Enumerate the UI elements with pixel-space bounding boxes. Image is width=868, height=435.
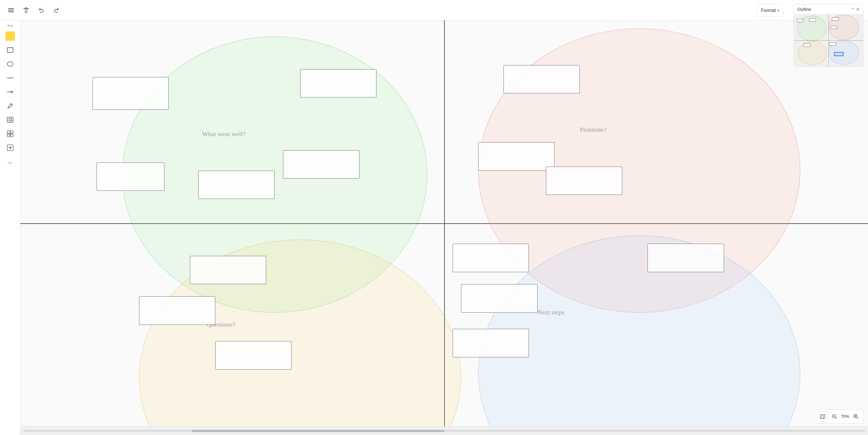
svg-line-27 [857,417,858,419]
sticky-tl-2[interactable] [300,69,376,98]
sticky-tl-3[interactable] [97,162,164,191]
svg-rect-13 [10,131,13,133]
zoom-controls: 70% [814,409,863,423]
scroll-track[interactable] [23,430,865,432]
sticky-tl-4[interactable] [198,171,275,199]
svg-rect-3 [7,48,13,52]
ellipse-tool[interactable] [4,58,17,70]
outline-title: Outline [797,7,811,12]
sticky-br-3[interactable] [453,329,529,358]
svg-rect-14 [7,134,10,137]
sticky-tl-5[interactable] [283,150,359,179]
outline-panel: Outline ^ ✕ [794,4,863,67]
svg-rect-12 [7,131,10,133]
pen-tool[interactable] [4,99,17,112]
svg-line-23 [835,417,837,419]
svg-rect-1 [8,9,14,10]
sticky-br-2[interactable] [461,284,537,313]
table-tool[interactable] [4,114,17,126]
undo-button[interactable] [35,4,48,17]
scroll-thumb[interactable] [192,430,444,432]
sticky-bl-2[interactable] [139,296,215,325]
zoom-out-button[interactable] [830,412,839,421]
toolbar [0,0,868,20]
outline-close-button[interactable]: ✕ [856,7,860,12]
sticky-tr-3[interactable] [546,166,622,195]
delete-button[interactable] [20,4,33,17]
format-chevron-icon: ▾ [778,8,779,12]
thumb-box-5 [803,43,810,47]
svg-rect-0 [8,8,14,9]
svg-point-4 [7,62,13,66]
map-button[interactable] [818,411,828,421]
zoom-in-button[interactable] [851,412,860,421]
arrow-tool[interactable] [4,86,17,98]
note-tool[interactable] [4,30,17,42]
format-panel[interactable]: Format ▾ [756,4,784,17]
sticky-tr-2[interactable] [478,142,554,171]
outline-body [794,14,863,67]
sticky-br-1[interactable] [453,244,529,272]
svg-rect-2 [8,11,14,12]
note-icon [5,31,15,41]
thumb-box-3 [832,18,839,21]
redo-button[interactable] [50,4,63,17]
thumb-box-2 [809,18,816,22]
thumb-selected-box [834,52,843,56]
line-tool[interactable] [4,71,17,84]
outline-collapse-button[interactable]: ^ [852,7,854,12]
thumb-box-6 [829,42,836,45]
text-label: Text [7,24,13,27]
svg-rect-7 [7,117,13,122]
outline-thumbnail[interactable] [794,14,863,67]
insert-tool[interactable] [4,141,17,154]
canvas[interactable]: What went well? Problems? Questions? Nex… [20,20,868,426]
svg-rect-15 [10,134,13,137]
thumb-box-1 [797,19,804,22]
sticky-bl-3[interactable] [215,341,291,370]
thumb-orange [798,41,827,65]
sticky-br-4[interactable] [648,244,724,272]
grid-tool[interactable] [4,127,17,140]
more-tools-button[interactable] [4,156,17,169]
thumb-box-4 [831,26,837,29]
rectangle-tool[interactable] [4,43,17,56]
sticky-bl-1[interactable] [190,256,266,284]
menu-button[interactable] [5,4,18,17]
sidebar: Text [0,20,20,435]
outline-header: Outline ^ ✕ [794,4,863,14]
scrollbar[interactable] [20,426,868,435]
format-label: Format [761,8,776,13]
sticky-tr-1[interactable] [503,65,580,94]
sticky-tl-1[interactable] [93,77,169,110]
zoom-level: 70% [840,414,850,419]
